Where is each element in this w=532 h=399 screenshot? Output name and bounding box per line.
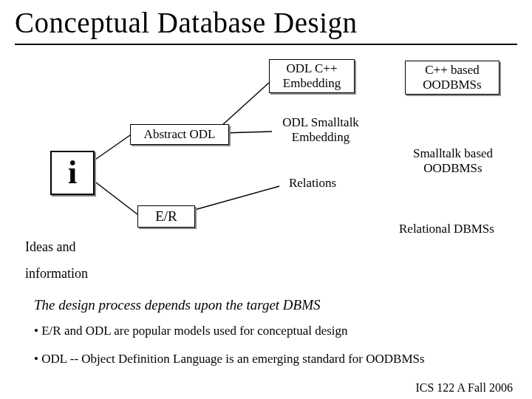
note-line1: The design process depends upon the targ… [34,297,321,313]
node-relational-dbms: Relational DBMSs [399,222,517,236]
svg-line-3 [223,132,272,133]
info-icon: i [50,151,95,195]
node-relations: Relations [279,176,346,191]
svg-line-1 [93,180,137,214]
svg-line-2 [222,83,269,126]
node-abstract-odl: Abstract ODL [130,124,229,145]
svg-line-4 [189,186,279,211]
node-cpp-dbms: C++ based OODBMSs [405,61,499,95]
label-information: information [25,266,88,282]
note-line3: • ODL -- Object Definition Language is a… [34,352,425,366]
label-ideas: Ideas and [25,239,75,255]
svg-line-0 [93,135,130,161]
node-smalltalk-dbms: Smalltalk based OODBMSs [399,146,507,175]
info-icon-glyph: i [68,157,77,189]
node-odl-smalltalk: ODL Smalltalk Embedding [272,115,369,144]
footer-course: ICS 122 A Fall 2006 [415,381,513,395]
connector-lines [0,0,532,399]
page-title: Conceptual Database Design [15,6,517,39]
node-er: E/R [137,205,195,228]
note-line2: • E/R and ODL are popular models used fo… [34,324,348,338]
node-odl-cpp: ODL C++ Embedding [269,59,355,93]
